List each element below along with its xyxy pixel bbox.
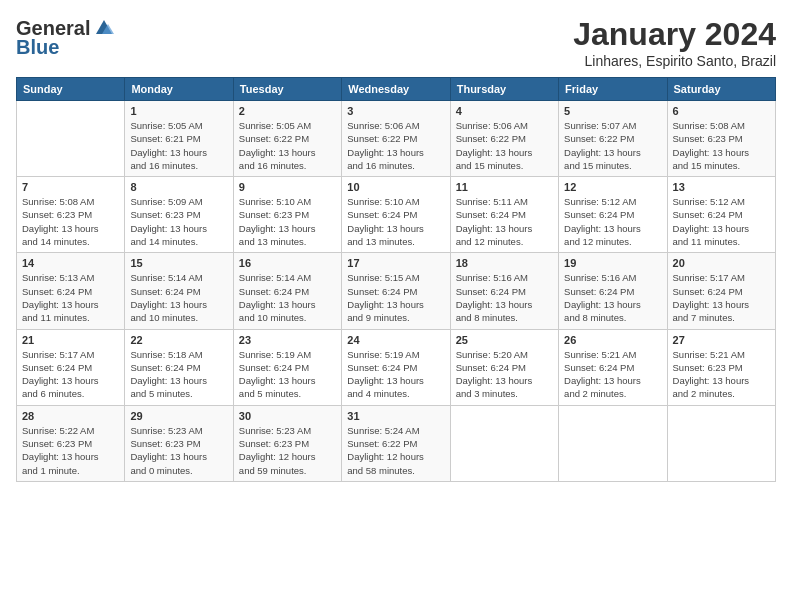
day-number: 6 — [673, 105, 770, 117]
day-number: 27 — [673, 334, 770, 346]
day-info: Sunrise: 5:21 AM Sunset: 6:24 PM Dayligh… — [564, 348, 661, 401]
calendar-cell: 21Sunrise: 5:17 AM Sunset: 6:24 PM Dayli… — [17, 329, 125, 405]
calendar-cell — [559, 405, 667, 481]
calendar-cell: 28Sunrise: 5:22 AM Sunset: 6:23 PM Dayli… — [17, 405, 125, 481]
day-info: Sunrise: 5:22 AM Sunset: 6:23 PM Dayligh… — [22, 424, 119, 477]
day-info: Sunrise: 5:06 AM Sunset: 6:22 PM Dayligh… — [456, 119, 553, 172]
day-number: 25 — [456, 334, 553, 346]
day-info: Sunrise: 5:18 AM Sunset: 6:24 PM Dayligh… — [130, 348, 227, 401]
day-number: 7 — [22, 181, 119, 193]
calendar-cell: 20Sunrise: 5:17 AM Sunset: 6:24 PM Dayli… — [667, 253, 775, 329]
calendar-cell: 19Sunrise: 5:16 AM Sunset: 6:24 PM Dayli… — [559, 253, 667, 329]
day-info: Sunrise: 5:05 AM Sunset: 6:22 PM Dayligh… — [239, 119, 336, 172]
calendar-cell: 31Sunrise: 5:24 AM Sunset: 6:22 PM Dayli… — [342, 405, 450, 481]
day-info: Sunrise: 5:08 AM Sunset: 6:23 PM Dayligh… — [22, 195, 119, 248]
day-info: Sunrise: 5:11 AM Sunset: 6:24 PM Dayligh… — [456, 195, 553, 248]
day-number: 11 — [456, 181, 553, 193]
day-info: Sunrise: 5:15 AM Sunset: 6:24 PM Dayligh… — [347, 271, 444, 324]
calendar-cell: 2Sunrise: 5:05 AM Sunset: 6:22 PM Daylig… — [233, 101, 341, 177]
calendar-cell: 18Sunrise: 5:16 AM Sunset: 6:24 PM Dayli… — [450, 253, 558, 329]
calendar-cell: 8Sunrise: 5:09 AM Sunset: 6:23 PM Daylig… — [125, 177, 233, 253]
day-number: 3 — [347, 105, 444, 117]
day-number: 31 — [347, 410, 444, 422]
week-row-2: 7Sunrise: 5:08 AM Sunset: 6:23 PM Daylig… — [17, 177, 776, 253]
day-info: Sunrise: 5:13 AM Sunset: 6:24 PM Dayligh… — [22, 271, 119, 324]
day-number: 23 — [239, 334, 336, 346]
day-info: Sunrise: 5:19 AM Sunset: 6:24 PM Dayligh… — [347, 348, 444, 401]
week-row-4: 21Sunrise: 5:17 AM Sunset: 6:24 PM Dayli… — [17, 329, 776, 405]
day-number: 26 — [564, 334, 661, 346]
day-number: 24 — [347, 334, 444, 346]
calendar-cell: 5Sunrise: 5:07 AM Sunset: 6:22 PM Daylig… — [559, 101, 667, 177]
day-number: 9 — [239, 181, 336, 193]
calendar-cell: 27Sunrise: 5:21 AM Sunset: 6:23 PM Dayli… — [667, 329, 775, 405]
calendar-table: SundayMondayTuesdayWednesdayThursdayFrid… — [16, 77, 776, 482]
logo: General Blue — [16, 16, 116, 59]
day-number: 30 — [239, 410, 336, 422]
day-info: Sunrise: 5:23 AM Sunset: 6:23 PM Dayligh… — [130, 424, 227, 477]
page-title: January 2024 — [573, 16, 776, 53]
page-header: General Blue January 2024 Linhares, Espi… — [16, 16, 776, 69]
day-info: Sunrise: 5:16 AM Sunset: 6:24 PM Dayligh… — [456, 271, 553, 324]
week-row-3: 14Sunrise: 5:13 AM Sunset: 6:24 PM Dayli… — [17, 253, 776, 329]
day-number: 18 — [456, 257, 553, 269]
header-monday: Monday — [125, 78, 233, 101]
day-info: Sunrise: 5:17 AM Sunset: 6:24 PM Dayligh… — [22, 348, 119, 401]
header-wednesday: Wednesday — [342, 78, 450, 101]
day-info: Sunrise: 5:07 AM Sunset: 6:22 PM Dayligh… — [564, 119, 661, 172]
day-info: Sunrise: 5:19 AM Sunset: 6:24 PM Dayligh… — [239, 348, 336, 401]
day-number: 22 — [130, 334, 227, 346]
day-number: 29 — [130, 410, 227, 422]
day-number: 14 — [22, 257, 119, 269]
day-info: Sunrise: 5:14 AM Sunset: 6:24 PM Dayligh… — [239, 271, 336, 324]
day-number: 21 — [22, 334, 119, 346]
calendar-cell — [450, 405, 558, 481]
calendar-cell: 14Sunrise: 5:13 AM Sunset: 6:24 PM Dayli… — [17, 253, 125, 329]
day-number: 12 — [564, 181, 661, 193]
header-row: SundayMondayTuesdayWednesdayThursdayFrid… — [17, 78, 776, 101]
calendar-cell: 29Sunrise: 5:23 AM Sunset: 6:23 PM Dayli… — [125, 405, 233, 481]
calendar-cell: 16Sunrise: 5:14 AM Sunset: 6:24 PM Dayli… — [233, 253, 341, 329]
day-number: 17 — [347, 257, 444, 269]
calendar-cell: 4Sunrise: 5:06 AM Sunset: 6:22 PM Daylig… — [450, 101, 558, 177]
day-info: Sunrise: 5:10 AM Sunset: 6:24 PM Dayligh… — [347, 195, 444, 248]
title-block: January 2024 Linhares, Espirito Santo, B… — [573, 16, 776, 69]
week-row-5: 28Sunrise: 5:22 AM Sunset: 6:23 PM Dayli… — [17, 405, 776, 481]
header-sunday: Sunday — [17, 78, 125, 101]
calendar-cell: 17Sunrise: 5:15 AM Sunset: 6:24 PM Dayli… — [342, 253, 450, 329]
day-info: Sunrise: 5:20 AM Sunset: 6:24 PM Dayligh… — [456, 348, 553, 401]
calendar-cell — [17, 101, 125, 177]
calendar-cell: 9Sunrise: 5:10 AM Sunset: 6:23 PM Daylig… — [233, 177, 341, 253]
calendar-cell: 25Sunrise: 5:20 AM Sunset: 6:24 PM Dayli… — [450, 329, 558, 405]
day-info: Sunrise: 5:10 AM Sunset: 6:23 PM Dayligh… — [239, 195, 336, 248]
day-number: 16 — [239, 257, 336, 269]
day-info: Sunrise: 5:14 AM Sunset: 6:24 PM Dayligh… — [130, 271, 227, 324]
day-info: Sunrise: 5:12 AM Sunset: 6:24 PM Dayligh… — [673, 195, 770, 248]
day-info: Sunrise: 5:23 AM Sunset: 6:23 PM Dayligh… — [239, 424, 336, 477]
day-info: Sunrise: 5:21 AM Sunset: 6:23 PM Dayligh… — [673, 348, 770, 401]
logo-icon — [92, 16, 116, 40]
day-number: 13 — [673, 181, 770, 193]
calendar-cell: 13Sunrise: 5:12 AM Sunset: 6:24 PM Dayli… — [667, 177, 775, 253]
calendar-cell: 30Sunrise: 5:23 AM Sunset: 6:23 PM Dayli… — [233, 405, 341, 481]
calendar-cell: 15Sunrise: 5:14 AM Sunset: 6:24 PM Dayli… — [125, 253, 233, 329]
calendar-cell: 22Sunrise: 5:18 AM Sunset: 6:24 PM Dayli… — [125, 329, 233, 405]
calendar-cell: 6Sunrise: 5:08 AM Sunset: 6:23 PM Daylig… — [667, 101, 775, 177]
calendar-cell — [667, 405, 775, 481]
logo-blue: Blue — [16, 36, 59, 59]
day-number: 4 — [456, 105, 553, 117]
week-row-1: 1Sunrise: 5:05 AM Sunset: 6:21 PM Daylig… — [17, 101, 776, 177]
calendar-cell: 10Sunrise: 5:10 AM Sunset: 6:24 PM Dayli… — [342, 177, 450, 253]
calendar-cell: 26Sunrise: 5:21 AM Sunset: 6:24 PM Dayli… — [559, 329, 667, 405]
day-number: 2 — [239, 105, 336, 117]
header-friday: Friday — [559, 78, 667, 101]
day-number: 28 — [22, 410, 119, 422]
page-subtitle: Linhares, Espirito Santo, Brazil — [573, 53, 776, 69]
header-saturday: Saturday — [667, 78, 775, 101]
day-info: Sunrise: 5:05 AM Sunset: 6:21 PM Dayligh… — [130, 119, 227, 172]
calendar-cell: 12Sunrise: 5:12 AM Sunset: 6:24 PM Dayli… — [559, 177, 667, 253]
day-number: 8 — [130, 181, 227, 193]
day-info: Sunrise: 5:09 AM Sunset: 6:23 PM Dayligh… — [130, 195, 227, 248]
calendar-cell: 7Sunrise: 5:08 AM Sunset: 6:23 PM Daylig… — [17, 177, 125, 253]
day-info: Sunrise: 5:12 AM Sunset: 6:24 PM Dayligh… — [564, 195, 661, 248]
